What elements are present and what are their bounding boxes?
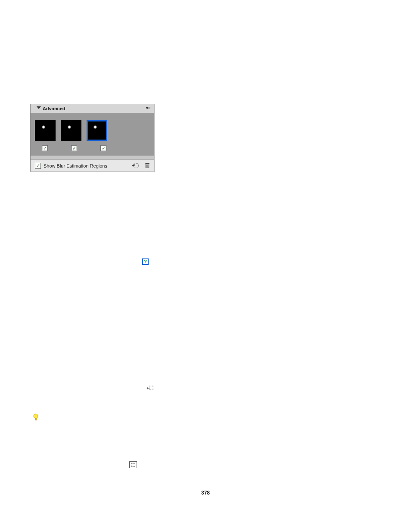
thumbnails-area: ✓ ✓ ✓ xyxy=(31,113,154,156)
svg-point-11 xyxy=(34,414,38,418)
check-icon: ✓ xyxy=(36,163,40,168)
disclosure-triangle-icon[interactable] xyxy=(37,106,41,109)
flyout-menu-icon[interactable]: ▾≡ xyxy=(146,106,150,110)
show-blur-label: Show Blur Estimation Regions xyxy=(44,163,107,168)
svg-rect-7 xyxy=(145,163,149,164)
panel-footer: ✓ Show Blur Estimation Regions xyxy=(31,160,154,171)
thumbnail-checkbox[interactable]: ✓ xyxy=(100,145,106,151)
blur-trace-thumbnail-selected[interactable] xyxy=(87,120,107,141)
thumbnail-checks: ✓ ✓ ✓ xyxy=(35,145,150,151)
add-blur-trace-icon[interactable] xyxy=(132,163,139,169)
divider xyxy=(30,26,381,26)
advanced-panel: Advanced ▾≡ ✓ ✓ ✓ ✓ Show Blur Estimation… xyxy=(30,104,155,172)
question-mark: ? xyxy=(144,259,147,264)
panel-header[interactable]: Advanced ▾≡ xyxy=(31,104,154,113)
page-number: 378 xyxy=(30,490,381,496)
blur-trace-thumbnail[interactable] xyxy=(61,120,81,141)
help-icon-inline: ? xyxy=(142,258,149,265)
lightbulb-icon xyxy=(33,414,39,421)
check-icon: ✓ xyxy=(102,146,106,151)
svg-rect-8 xyxy=(149,386,153,390)
delete-blur-trace-icon[interactable] xyxy=(145,162,150,169)
check-icon: ✓ xyxy=(72,146,76,151)
thumbnail-checkbox[interactable]: ✓ xyxy=(71,145,77,151)
show-blur-checkbox[interactable]: ✓ xyxy=(35,163,41,169)
thumbnail-row xyxy=(35,120,150,141)
svg-rect-0 xyxy=(134,163,138,167)
panel-divider xyxy=(31,156,154,160)
thumbnail-checkbox[interactable]: ✓ xyxy=(42,145,48,151)
tip-block xyxy=(33,414,381,423)
crop-icon-inline xyxy=(129,461,137,468)
add-region-icon-inline xyxy=(146,386,381,392)
help-icon[interactable]: ? xyxy=(142,258,149,265)
blur-trace-thumbnail[interactable] xyxy=(35,120,56,141)
check-icon: ✓ xyxy=(43,146,47,151)
svg-rect-12 xyxy=(35,418,37,420)
crop-icon xyxy=(129,461,137,468)
panel-title: Advanced xyxy=(43,106,65,111)
add-blur-trace-icon xyxy=(146,386,153,392)
